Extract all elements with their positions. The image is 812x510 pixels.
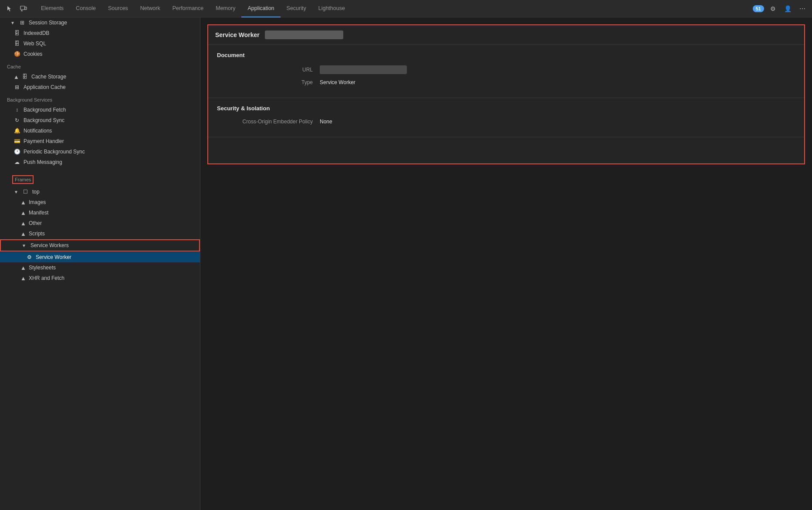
sidebar-item-notifications[interactable]: 🔔 Notifications bbox=[0, 126, 200, 136]
sidebar-item-push-messaging[interactable]: ☁ Push Messaging bbox=[0, 157, 200, 167]
sw-document-title: Document bbox=[217, 52, 795, 58]
top-bar-right: 51 ⚙ 👤 ⋯ bbox=[753, 3, 809, 15]
sw-card-header: Service Worker bbox=[208, 25, 804, 45]
xhr-arrow: ▶ bbox=[20, 276, 25, 280]
frames-label-border: Frames bbox=[12, 175, 34, 184]
sidebar-item-xhr-fetch[interactable]: ▶ XHR and Fetch bbox=[0, 273, 200, 283]
db2-icon: 🗄 bbox=[14, 41, 20, 47]
cursor-icon[interactable] bbox=[3, 3, 16, 15]
tab-list: Elements Console Sources Network Perform… bbox=[35, 0, 751, 17]
tab-sources[interactable]: Sources bbox=[102, 0, 134, 17]
cache-storage-arrow: ▶ bbox=[14, 75, 18, 78]
sw-type-label: Type bbox=[217, 79, 313, 85]
sw-coep-row: Cross-Origin Embedder Policy None bbox=[217, 119, 795, 125]
sidebar-item-scripts[interactable]: ▶ Scripts bbox=[0, 228, 200, 239]
sidebar-item-stylesheets[interactable]: ▶ Stylesheets bbox=[0, 262, 200, 273]
sw-type-value: Service Worker bbox=[320, 79, 355, 85]
sidebar-item-manifest[interactable]: ▶ Manifest bbox=[0, 207, 200, 218]
sidebar-item-payment-handler[interactable]: 💳 Payment Handler bbox=[0, 136, 200, 146]
bell-icon: 🔔 bbox=[14, 128, 20, 134]
sidebar-item-images[interactable]: ▶ Images bbox=[0, 197, 200, 207]
content-panel: Service Worker Document URL Type Service… bbox=[200, 17, 812, 510]
expand-arrow-storage: ▼ bbox=[10, 20, 15, 25]
tab-performance[interactable]: Performance bbox=[166, 0, 210, 17]
sidebar-item-periodic-bg-sync[interactable]: 🕐 Periodic Background Sync bbox=[0, 146, 200, 157]
sidebar-item-service-worker[interactable]: ⚙ Service Worker bbox=[0, 252, 200, 262]
settings-icon[interactable]: ⚙ bbox=[767, 3, 779, 15]
tab-lighthouse[interactable]: Lighthouse bbox=[312, 0, 351, 17]
sw-security-section: Security & Isolation Cross-Origin Embedd… bbox=[208, 98, 804, 137]
clock-icon: 🕐 bbox=[14, 149, 20, 155]
tab-console[interactable]: Console bbox=[70, 0, 102, 17]
scripts-arrow: ▶ bbox=[20, 232, 25, 235]
tab-network[interactable]: Network bbox=[134, 0, 166, 17]
images-arrow: ▶ bbox=[20, 201, 25, 204]
sw-url-label: URL bbox=[217, 67, 313, 73]
sw-title: Service Worker bbox=[215, 31, 260, 38]
sidebar-item-bg-sync[interactable]: ↻ Background Sync bbox=[0, 115, 200, 126]
sw-arrow: ▼ bbox=[22, 243, 26, 248]
sidebar-item-cookies[interactable]: 🍪 Cookies bbox=[0, 49, 200, 59]
gear-icon: ⚙ bbox=[26, 254, 32, 260]
top-arrow: ▼ bbox=[14, 190, 18, 194]
grid2-icon: ⊞ bbox=[14, 84, 20, 90]
devtools-top-bar: Elements Console Sources Network Perform… bbox=[0, 0, 812, 17]
sw-security-title: Security & Isolation bbox=[217, 105, 795, 112]
square-icon: ☐ bbox=[23, 189, 29, 195]
sync-icon: ↻ bbox=[14, 117, 20, 123]
other-arrow: ▶ bbox=[20, 221, 25, 225]
fetch-icon: ↕ bbox=[14, 107, 20, 113]
stylesheets-arrow: ▶ bbox=[20, 266, 25, 269]
card-icon: 💳 bbox=[14, 138, 20, 144]
tab-elements[interactable]: Elements bbox=[35, 0, 70, 17]
sidebar-item-session-storage[interactable]: ▼ ⊞ Session Storage bbox=[0, 17, 200, 28]
bg-services-label: Background Services bbox=[0, 92, 200, 105]
svg-rect-0 bbox=[20, 6, 25, 10]
cache-section-label: Cache bbox=[0, 59, 200, 71]
toolbar-icons bbox=[3, 3, 30, 15]
frames-section: Frames bbox=[0, 167, 200, 187]
sidebar-item-other[interactable]: ▶ Other bbox=[0, 218, 200, 228]
sidebar-item-top[interactable]: ▼ ☐ top bbox=[0, 187, 200, 197]
sidebar-item-indexeddb[interactable]: 🗄 IndexedDB bbox=[0, 28, 200, 38]
db3-icon: 🗄 bbox=[22, 74, 28, 80]
sidebar-item-service-workers[interactable]: ▼ Service Workers bbox=[1, 240, 199, 251]
sidebar-item-cache-storage[interactable]: ▶ 🗄 Cache Storage bbox=[0, 71, 200, 82]
sw-empty-section bbox=[208, 137, 804, 163]
sw-url-pill bbox=[265, 31, 343, 39]
sw-url-value-bar bbox=[320, 65, 407, 74]
sidebar: ▼ ⊞ Session Storage 🗄 IndexedDB 🗄 Web SQ… bbox=[0, 17, 200, 510]
tab-memory[interactable]: Memory bbox=[210, 0, 241, 17]
notification-badge: 51 bbox=[753, 5, 764, 12]
sw-url-row: URL bbox=[217, 65, 795, 74]
more-icon[interactable]: ⋯ bbox=[796, 3, 809, 15]
service-workers-border: ▼ Service Workers bbox=[0, 239, 200, 252]
tab-security[interactable]: Security bbox=[281, 0, 312, 17]
svg-rect-1 bbox=[25, 7, 27, 10]
tab-application[interactable]: Application bbox=[241, 0, 280, 17]
sidebar-item-bg-fetch[interactable]: ↕ Background Fetch bbox=[0, 105, 200, 115]
sw-document-section: Document URL Type Service Worker bbox=[208, 45, 804, 98]
device-icon[interactable] bbox=[17, 3, 30, 15]
grid-icon: ⊞ bbox=[19, 20, 25, 26]
main-layout: ▼ ⊞ Session Storage 🗄 IndexedDB 🗄 Web SQ… bbox=[0, 17, 812, 510]
sidebar-item-app-cache[interactable]: ⊞ Application Cache bbox=[0, 82, 200, 92]
profile-icon[interactable]: 👤 bbox=[782, 3, 794, 15]
cookie-icon: 🍪 bbox=[14, 51, 20, 57]
sw-type-row: Type Service Worker bbox=[217, 79, 795, 85]
sw-coep-label: Cross-Origin Embedder Policy bbox=[217, 119, 313, 125]
sw-coep-value: None bbox=[320, 119, 332, 125]
sidebar-item-websql[interactable]: 🗄 Web SQL bbox=[0, 38, 200, 49]
manifest-arrow: ▶ bbox=[20, 211, 25, 214]
db-icon: 🗄 bbox=[14, 30, 20, 36]
cloud-icon: ☁ bbox=[14, 159, 20, 165]
service-worker-card: Service Worker Document URL Type Service… bbox=[207, 24, 805, 164]
